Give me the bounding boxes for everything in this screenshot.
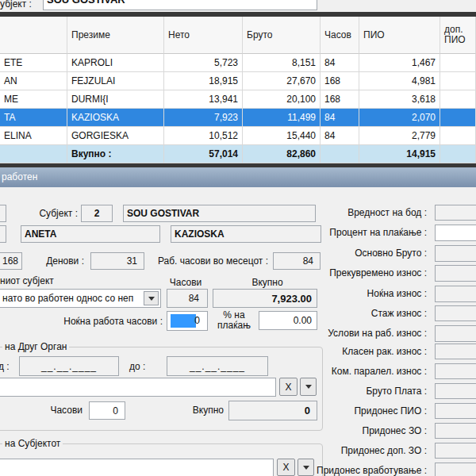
other-hours-label: Часови: [32, 405, 83, 416]
cell-hours: 84: [321, 109, 359, 127]
cell-surname: DURMI{I: [67, 90, 164, 109]
primary-hours-value: 84: [189, 293, 199, 304]
amount-label: Вредност на бод :: [347, 207, 427, 218]
cell-neto: 18,915: [164, 72, 243, 90]
amount-field: [435, 383, 476, 399]
amount-field: [435, 325, 476, 342]
table-row[interactable]: AN FEJZULAI 18,915 27,670 168 4,981: [0, 72, 476, 90]
amount-label: Придонес ЗО :: [363, 425, 427, 436]
totals-row: Вкупно : 57,014 82,860 14,915: [0, 145, 476, 163]
date-to-mask: __.__.____: [190, 361, 245, 372]
total-column-header: Вкупно: [230, 277, 305, 288]
app-window: убјект : SOU GOSTIVAR Презиме Нето Бруто…: [0, 0, 476, 476]
relation-dropdown-value: нато во работен однос со неп: [2, 293, 133, 304]
col-header-pio[interactable]: ПИО: [359, 17, 440, 54]
amount-field: [435, 363, 476, 379]
primary-hours-field: 84: [167, 289, 208, 308]
first-name-field: ANETA: [21, 225, 160, 243]
table-row[interactable]: ME DURMI{I 13,941 20,100 168 3,618: [0, 90, 476, 109]
cell-hours: 168: [321, 90, 359, 109]
first-name-value: ANETA: [25, 228, 56, 240]
other-hours-input[interactable]: 0: [89, 401, 125, 420]
amount-field: [435, 423, 476, 439]
amount-field: [435, 245, 476, 262]
date-to-label: до :: [129, 361, 145, 372]
cell-dop-pio: [440, 127, 476, 145]
cell-bruto: 15,440: [243, 127, 321, 145]
cell-empty: [0, 145, 67, 163]
col-header-bruto[interactable]: Бруто: [243, 17, 321, 54]
table-row[interactable]: ELINA GORGIESKA 10,512 15,440 84 2,779: [0, 127, 476, 145]
amount-field: [435, 286, 476, 302]
relation-dropdown[interactable]: нато во работен однос со неп: [0, 289, 161, 308]
last-name-field: KAZIOSKA: [171, 225, 321, 243]
clear-x-icon: X: [282, 462, 289, 473]
hours-column-header: Часови: [163, 277, 208, 288]
col-header-neto[interactable]: Нето: [164, 17, 243, 54]
clear-button[interactable]: X: [277, 459, 295, 476]
subject-name-value: SOU GOSTIVAR: [127, 208, 199, 219]
cell-pio: 2,070: [359, 109, 440, 127]
percent-label: % на плаќањ: [211, 310, 257, 331]
totals-hours: [321, 145, 359, 163]
date-from-mask: __.__.____: [41, 361, 97, 372]
amount-label: Прекувремено износ :: [329, 267, 427, 278]
combo-dropdown-button[interactable]: [298, 459, 314, 476]
chevron-down-icon[interactable]: [144, 291, 159, 305]
cutoff-field: [0, 225, 6, 243]
totals-bruto: 82,860: [243, 145, 321, 163]
amount-field: [435, 463, 476, 476]
days-value: 31: [127, 255, 137, 267]
date-to-input[interactable]: __.__.____: [167, 356, 268, 376]
clear-button[interactable]: X: [279, 378, 298, 396]
col-header-name[interactable]: [0, 17, 67, 54]
month-hours-field: 84: [273, 252, 321, 270]
subject-group-title: на Субјектот: [2, 438, 63, 449]
cell-name: ETE: [0, 54, 67, 72]
amount-label: Ком. паралел. износ :: [332, 366, 427, 377]
col-header-hours[interactable]: Часов: [321, 17, 359, 54]
other-total-value: 0: [305, 405, 310, 416]
date-from-input[interactable]: __.__.____: [19, 356, 119, 376]
amount-field[interactable]: [435, 225, 476, 241]
cell-surname: KAPROLI: [67, 54, 164, 72]
month-hours-value: 84: [303, 255, 313, 267]
other-org-combobox[interactable]: [0, 378, 276, 397]
other-hours-value: 0: [113, 405, 118, 416]
combo-dropdown-button[interactable]: [300, 378, 317, 396]
cell-dop-pio: [440, 90, 476, 109]
primary-total-field: 7,923.00: [213, 289, 317, 308]
cell-pio: 1,467: [359, 54, 440, 72]
night-work-label: Ноќна работа часови :: [32, 316, 163, 327]
cell-surname: FEJZULAI: [67, 72, 164, 90]
percent-input[interactable]: 0.00: [259, 311, 317, 330]
col-header-surname[interactable]: Презиме: [67, 17, 164, 54]
cell-bruto: 27,670: [243, 72, 321, 90]
night-work-input[interactable]: 0: [167, 311, 208, 331]
table-row-selected[interactable]: TA KAZIOSKA 7,923 11,499 84 2,070: [0, 109, 476, 127]
cell-neto: 5,723: [164, 54, 243, 72]
month-hours-label: Раб. часови во месецот :: [151, 255, 268, 267]
cell-dop-pio: [440, 54, 476, 72]
last-name-value: KAZIOSKA: [175, 228, 225, 240]
cell-name: ELINA: [0, 127, 67, 145]
chevron-down-icon: [303, 466, 309, 470]
totals-label: Вкупно :: [67, 145, 164, 163]
subject-combobox[interactable]: [0, 459, 274, 476]
amount-label: Ноќна износ :: [367, 288, 427, 299]
amount-label: Класен рак. износ :: [342, 346, 427, 357]
days-label: Денови :: [24, 255, 84, 267]
top-subject-field[interactable]: SOU GOSTIVAR: [43, 0, 317, 10]
grid-header-row: Презиме Нето Бруто Часов ПИО доп. ПИО: [0, 17, 476, 54]
clear-x-icon: X: [285, 382, 291, 393]
amount-label: Бруто Плата :: [366, 386, 427, 397]
table-row[interactable]: ETE KAPROLI 5,723 8,151 84 1,467: [0, 54, 476, 72]
col-header-dop-pio[interactable]: доп. ПИО: [440, 17, 476, 54]
cell-neto: 13,941: [164, 90, 243, 109]
days-field: 31: [90, 252, 144, 270]
cell-hours: 84: [321, 54, 359, 72]
amount-label: Придонес доп. ЗО :: [341, 445, 427, 456]
top-subject-value: SOU GOSTIVAR: [47, 0, 125, 6]
cell-name: AN: [0, 72, 67, 90]
cell-neto: 10,512: [164, 127, 243, 145]
